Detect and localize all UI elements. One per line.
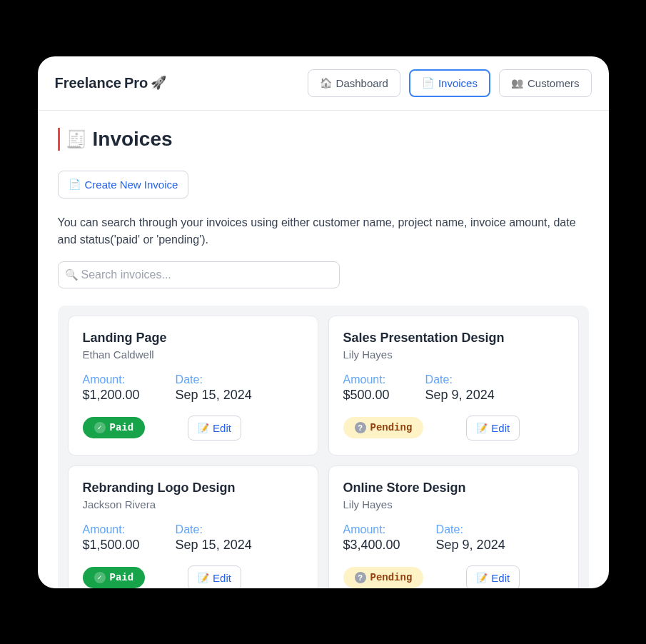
invoice-card: Rebranding Logo DesignJackson RiveraAmou… [68, 466, 318, 588]
invoice-card: Online Store DesignLily HayesAmount:$3,4… [328, 466, 579, 588]
invoice-actions: ✓Paid📝Edit [83, 416, 303, 441]
amount-label: Amount: [83, 523, 140, 536]
edit-button[interactable]: 📝Edit [188, 416, 241, 441]
nav-dashboard[interactable]: 🏠 Dashboard [308, 69, 400, 97]
invoice-meta-row: Amount:$1,500.00Date:Sep 15, 2024 [83, 523, 303, 553]
brand-name-b: Pro [124, 75, 148, 91]
invoice-actions: ?Pending📝Edit [343, 416, 564, 441]
edit-button[interactable]: 📝Edit [466, 416, 520, 441]
date-value: Sep 9, 2024 [425, 388, 495, 403]
invoice-project: Rebranding Logo Design [83, 481, 303, 495]
pencil-icon: 📝 [198, 423, 209, 433]
status-badge: ✓Paid [83, 567, 146, 588]
page-title-wrap: 🧾 Invoices [58, 128, 589, 151]
nav-dashboard-label: Dashboard [336, 77, 388, 89]
brand-logo: FreelancePro 🚀 [55, 75, 167, 91]
pencil-icon: 📝 [198, 573, 209, 583]
amount-label: Amount: [343, 373, 390, 386]
amount-value: $3,400.00 [343, 538, 400, 553]
pencil-icon: 📝 [476, 423, 488, 433]
app-window: FreelancePro 🚀 🏠 Dashboard 📄 Invoices 👥 … [38, 56, 609, 588]
invoice-project: Online Store Design [343, 481, 564, 495]
invoice-meta-row: Amount:$500.00Date:Sep 9, 2024 [343, 373, 564, 403]
invoice-card: Landing PageEthan CaldwellAmount:$1,200.… [68, 316, 318, 456]
invoice-grid: Landing PageEthan CaldwellAmount:$1,200.… [58, 306, 589, 588]
top-nav: 🏠 Dashboard 📄 Invoices 👥 Customers [308, 69, 592, 97]
invoice-meta-row: Amount:$1,200.00Date:Sep 15, 2024 [83, 373, 303, 403]
help-text: You can search through your invoices usi… [58, 214, 589, 248]
invoice-customer: Lily Hayes [343, 348, 564, 361]
edit-button[interactable]: 📝Edit [466, 565, 520, 588]
edit-label: Edit [213, 572, 231, 584]
home-icon: 🏠 [320, 77, 332, 89]
date-field: Date:Sep 9, 2024 [436, 523, 505, 553]
question-circle-icon: ? [355, 422, 366, 433]
date-field: Date:Sep 15, 2024 [176, 373, 252, 403]
status-text: Pending [370, 572, 413, 583]
question-circle-icon: ? [355, 572, 366, 583]
status-text: Paid [110, 422, 134, 433]
nav-customers-label: Customers [528, 77, 580, 89]
check-circle-icon: ✓ [94, 422, 106, 433]
receipt-icon: 🧾 [66, 129, 87, 149]
status-badge: ?Pending [343, 417, 424, 438]
invoice-customer: Lily Hayes [343, 498, 564, 510]
edit-label: Edit [213, 422, 231, 434]
people-icon: 👥 [511, 77, 523, 89]
date-label: Date: [425, 373, 495, 386]
invoice-card: Sales Presentation DesignLily HayesAmoun… [328, 316, 579, 456]
edit-label: Edit [491, 422, 510, 434]
rocket-icon: 🚀 [151, 75, 166, 91]
date-label: Date: [436, 523, 505, 536]
nav-customers[interactable]: 👥 Customers [499, 69, 592, 97]
invoice-actions: ?Pending📝Edit [343, 565, 564, 588]
search-wrap: 🔍 [58, 261, 340, 288]
status-badge: ?Pending [343, 567, 424, 588]
date-field: Date:Sep 15, 2024 [176, 523, 252, 553]
document-icon: 📄 [422, 77, 434, 89]
date-field: Date:Sep 9, 2024 [425, 373, 495, 403]
status-text: Paid [110, 572, 134, 583]
search-icon: 🔍 [65, 268, 79, 281]
date-label: Date: [176, 523, 252, 536]
search-input[interactable] [58, 261, 340, 288]
status-text: Pending [370, 422, 413, 433]
header: FreelancePro 🚀 🏠 Dashboard 📄 Invoices 👥 … [38, 56, 609, 111]
date-value: Sep 9, 2024 [436, 538, 505, 553]
amount-field: Amount:$1,200.00 [83, 373, 140, 403]
brand-name-a: Freelance [55, 75, 121, 91]
amount-field: Amount:$1,500.00 [83, 523, 140, 553]
edit-label: Edit [491, 572, 510, 584]
date-value: Sep 15, 2024 [176, 388, 252, 403]
invoice-project: Sales Presentation Design [343, 331, 564, 346]
date-value: Sep 15, 2024 [176, 538, 252, 553]
document-plus-icon: 📄 [69, 178, 81, 190]
nav-invoices[interactable]: 📄 Invoices [409, 69, 490, 97]
amount-field: Amount:$3,400.00 [343, 523, 400, 553]
amount-value: $1,500.00 [83, 538, 140, 553]
nav-invoices-label: Invoices [438, 77, 478, 89]
invoice-customer: Jackson Rivera [83, 498, 303, 510]
check-circle-icon: ✓ [94, 572, 106, 583]
invoice-project: Landing Page [83, 331, 303, 346]
amount-value: $500.00 [343, 388, 390, 403]
amount-field: Amount:$500.00 [343, 373, 390, 403]
main-content: 🧾 Invoices 📄 Create New Invoice You can … [38, 111, 609, 588]
create-invoice-label: Create New Invoice [85, 178, 178, 191]
amount-label: Amount: [83, 373, 140, 386]
invoice-meta-row: Amount:$3,400.00Date:Sep 9, 2024 [343, 523, 564, 553]
amount-label: Amount: [343, 523, 400, 536]
page-title: Invoices [93, 128, 173, 151]
invoice-actions: ✓Paid📝Edit [83, 565, 303, 588]
status-badge: ✓Paid [83, 417, 146, 438]
create-invoice-button[interactable]: 📄 Create New Invoice [58, 171, 189, 198]
edit-button[interactable]: 📝Edit [188, 565, 241, 588]
invoice-customer: Ethan Caldwell [83, 348, 303, 361]
pencil-icon: 📝 [476, 573, 488, 583]
amount-value: $1,200.00 [83, 388, 140, 403]
date-label: Date: [176, 373, 252, 386]
